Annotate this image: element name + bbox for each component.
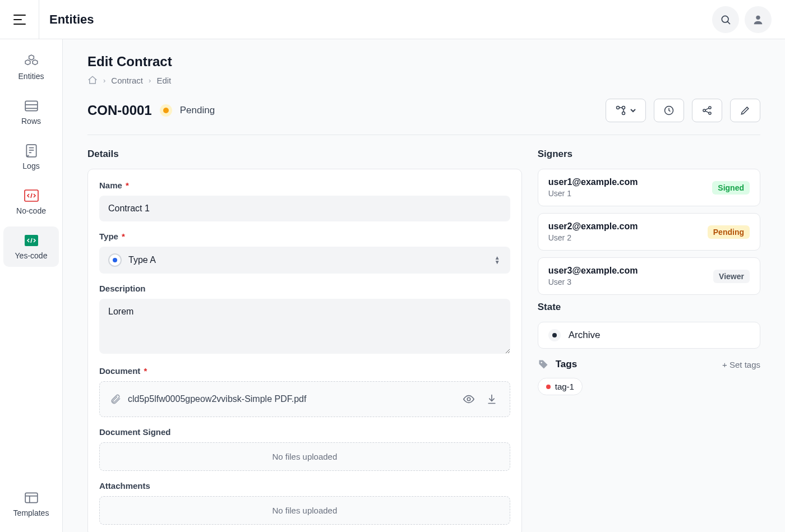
- sidebar-item-templates[interactable]: Templates: [3, 484, 59, 524]
- sidebar-item-yes-code[interactable]: Yes-code: [3, 226, 59, 267]
- state-section-title: State: [538, 302, 760, 313]
- svg-rect-6: [25, 101, 38, 110]
- document-file-row: cld5p5lfw0005gpeow2vvibsk-Simple PDF.pdf: [99, 381, 510, 417]
- sidebar: Entities Rows Logs No-code: [0, 39, 63, 532]
- signer-row[interactable]: user2@example.comUser 2Pending: [538, 213, 760, 251]
- status-dot-wrap: [160, 104, 172, 117]
- signers-section-title: Signers: [538, 149, 760, 160]
- svg-point-22: [622, 107, 625, 109]
- state-card[interactable]: Archive: [538, 322, 760, 349]
- entity-header: CON-0001 Pending: [87, 99, 760, 135]
- user-menu-button[interactable]: [745, 6, 772, 33]
- sidebar-item-rows[interactable]: Rows: [3, 92, 59, 132]
- signer-name: User 2: [548, 233, 708, 242]
- attachments-empty-text: No files uploaded: [272, 506, 337, 515]
- cubes-icon: [24, 54, 39, 68]
- tag-name: tag-1: [555, 382, 574, 391]
- sidebar-item-label: Entities: [19, 72, 44, 81]
- type-select-value: Type A: [128, 255, 156, 265]
- sidebar-item-label: No-code: [16, 206, 46, 215]
- chevron-right-icon: ›: [103, 76, 105, 85]
- type-label: Type *: [99, 232, 510, 241]
- user-icon: [752, 13, 764, 26]
- name-label: Name *: [99, 181, 510, 190]
- svg-rect-9: [26, 145, 36, 157]
- eye-icon: [463, 393, 475, 405]
- status-dot: [163, 108, 169, 113]
- search-button[interactable]: [712, 6, 739, 33]
- page-heading: Edit Contract: [87, 54, 760, 70]
- svg-rect-17: [25, 493, 38, 502]
- sidebar-item-entities[interactable]: Entities: [3, 47, 59, 87]
- entity-id: CON-0001: [87, 103, 152, 118]
- sidebar-item-logs[interactable]: Logs: [3, 137, 59, 177]
- sidebar-item-label: Yes-code: [15, 251, 48, 260]
- sidebar-item-label: Templates: [13, 508, 49, 517]
- signer-email: user2@example.com: [548, 221, 708, 232]
- history-button[interactable]: [654, 99, 684, 122]
- signer-status-badge: Signed: [712, 181, 750, 195]
- download-icon: [486, 394, 497, 405]
- chevron-down-icon: [630, 107, 636, 114]
- share-button[interactable]: [692, 99, 722, 122]
- topbar-title: Entities: [49, 12, 94, 27]
- home-icon[interactable]: [87, 75, 98, 85]
- attachments-dropzone[interactable]: No files uploaded: [99, 496, 510, 525]
- state-dot: [552, 333, 557, 337]
- signer-email: user3@example.com: [548, 266, 713, 276]
- details-section-title: Details: [87, 149, 522, 160]
- description-input[interactable]: [99, 299, 510, 354]
- name-input[interactable]: [99, 196, 510, 221]
- tags-section-title: Tags: [556, 359, 718, 370]
- entity-status: Pending: [180, 105, 215, 116]
- radio-dot-icon: [108, 253, 122, 267]
- svg-point-30: [541, 362, 542, 363]
- breadcrumb-level2: Edit: [156, 76, 171, 85]
- no-code-icon: [24, 188, 39, 203]
- tags-header: Tags + Set tags: [538, 359, 760, 370]
- signer-row[interactable]: user1@example.comUser 1Signed: [538, 169, 760, 206]
- download-file-button[interactable]: [484, 391, 500, 407]
- search-icon: [720, 14, 731, 25]
- svg-point-21: [622, 112, 625, 115]
- document-signed-dropzone[interactable]: No files uploaded: [99, 442, 510, 471]
- document-signed-empty-text: No files uploaded: [272, 452, 337, 461]
- document-signed-label: Document Signed: [99, 427, 510, 437]
- svg-point-5: [756, 15, 760, 19]
- signer-email: user1@example.com: [548, 177, 713, 187]
- yes-code-icon: [24, 233, 39, 248]
- paperclip-icon: [110, 394, 121, 405]
- share-icon: [701, 105, 713, 116]
- svg-point-29: [467, 397, 470, 401]
- breadcrumb-level1[interactable]: Contract: [111, 76, 143, 85]
- signer-name: User 1: [548, 189, 713, 198]
- preview-file-button[interactable]: [460, 391, 477, 408]
- menu-toggle-button[interactable]: [0, 0, 39, 39]
- edit-button[interactable]: [730, 99, 760, 122]
- select-arrows-icon: ▲▼: [495, 256, 500, 265]
- rows-icon: [24, 99, 39, 113]
- workflow-button[interactable]: [606, 99, 646, 122]
- type-select[interactable]: Type A ▲▼: [99, 247, 510, 274]
- signer-name: User 3: [548, 277, 713, 286]
- document-filename: cld5p5lfw0005gpeow2vvibsk-Simple PDF.pdf: [128, 394, 454, 404]
- attachments-label: Attachments: [99, 481, 510, 491]
- hamburger-icon: [13, 15, 26, 25]
- workflow-icon: [615, 105, 626, 116]
- sidebar-item-no-code[interactable]: No-code: [3, 182, 59, 222]
- main-content: Edit Contract › Contract › Edit CON-0001…: [63, 39, 785, 532]
- state-dot-wrap: [548, 329, 561, 341]
- tag-chip[interactable]: tag-1: [538, 378, 583, 395]
- svg-line-14: [31, 193, 32, 198]
- svg-line-28: [705, 111, 709, 113]
- clock-icon: [663, 105, 675, 116]
- sidebar-item-label: Logs: [22, 161, 39, 170]
- templates-icon: [24, 491, 39, 505]
- details-card: Name * Type * Type A ▲▼: [87, 169, 522, 532]
- set-tags-button[interactable]: + Set tags: [722, 360, 760, 369]
- signer-row[interactable]: user3@example.comUser 3Viewer: [538, 257, 760, 295]
- svg-line-27: [705, 108, 709, 110]
- document-label: Document *: [99, 366, 510, 376]
- breadcrumb: › Contract › Edit: [87, 75, 760, 85]
- signer-status-badge: Pending: [708, 225, 750, 239]
